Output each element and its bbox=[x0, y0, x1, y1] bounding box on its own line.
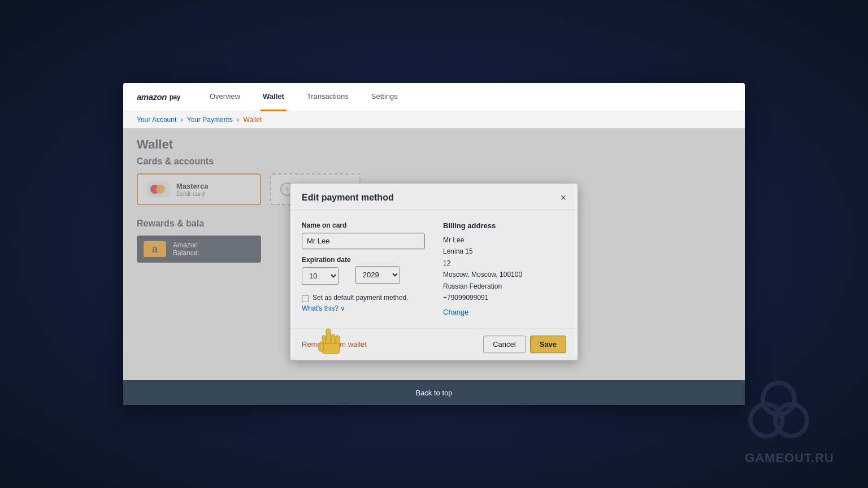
expiry-year-group: 2024 2025 2026 2027 2028 2029 2030 2031 … bbox=[355, 266, 400, 285]
change-billing-link[interactable]: Change bbox=[443, 308, 469, 317]
expiry-month-group: Expiration date 01 02 03 04 05 06 07 08 … bbox=[302, 256, 351, 285]
whats-this-link[interactable]: What's this? ∨ bbox=[302, 304, 345, 312]
billing-country: Russian Federation bbox=[443, 281, 566, 292]
modal-left: Name on card Expiration date 01 02 03 04… bbox=[302, 221, 425, 317]
pay-logo-text: pay bbox=[168, 93, 180, 101]
modal-close-button[interactable]: × bbox=[560, 193, 566, 203]
back-to-top-link[interactable]: Back to top bbox=[415, 389, 452, 397]
tab-transactions[interactable]: Transactions bbox=[305, 83, 351, 111]
billing-city: Moscow, Moscow, 100100 bbox=[443, 269, 566, 280]
modal-right: Billing address Mr Lee Lenina 15 12 Mosc… bbox=[443, 221, 566, 317]
page-footer: Back to top bbox=[123, 380, 745, 405]
expiration-date-label: Expiration date bbox=[302, 256, 351, 264]
footer-buttons: Cancel Save bbox=[483, 336, 566, 354]
breadcrumb-your-payments[interactable]: Your Payments bbox=[187, 116, 233, 124]
gameout-logo-symbol bbox=[745, 376, 813, 444]
billing-info: Mr Lee Lenina 15 12 Moscow, Moscow, 1001… bbox=[443, 234, 566, 303]
browser-window: amazon pay Overview Wallet Transactions … bbox=[123, 83, 745, 405]
modal-body: Name on card Expiration date 01 02 03 04… bbox=[290, 210, 578, 328]
gameout-text: GAMEOUT.RU bbox=[745, 451, 834, 465]
breadcrumb-your-account[interactable]: Your Account bbox=[137, 116, 176, 124]
modal-title: Edit payment method bbox=[302, 193, 394, 203]
amazon-pay-logo: amazon pay bbox=[137, 92, 180, 102]
expiry-row: Expiration date 01 02 03 04 05 06 07 08 … bbox=[302, 256, 425, 285]
default-checkbox-label: Set as default payment method. bbox=[313, 294, 408, 302]
edit-payment-modal: Edit payment method × Name on card Expir… bbox=[290, 183, 578, 360]
name-on-card-label: Name on card bbox=[302, 221, 425, 229]
amazon-logo-text: amazon bbox=[137, 92, 167, 102]
breadcrumb-sep-2: › bbox=[237, 116, 239, 124]
save-button[interactable]: Save bbox=[530, 336, 566, 354]
modal-header: Edit payment method × bbox=[290, 184, 578, 210]
billing-name: Mr Lee bbox=[443, 234, 566, 246]
name-on-card-input[interactable] bbox=[302, 233, 425, 249]
expiry-year-select[interactable]: 2024 2025 2026 2027 2028 2029 2030 2031 … bbox=[355, 266, 400, 284]
expiry-month-select[interactable]: 01 02 03 04 05 06 07 08 09 10 11 bbox=[302, 267, 338, 285]
breadcrumb-wallet: Wallet bbox=[243, 116, 262, 124]
default-checkbox-row: Set as default payment method. bbox=[302, 294, 425, 302]
billing-address-title: Billing address bbox=[443, 221, 566, 230]
modal-footer: Remove from wallet Cancel Save bbox=[290, 329, 578, 360]
default-payment-checkbox[interactable] bbox=[302, 295, 309, 302]
cancel-button[interactable]: Cancel bbox=[483, 336, 525, 354]
tab-wallet[interactable]: Wallet bbox=[261, 83, 287, 111]
breadcrumb-sep-1: › bbox=[181, 116, 183, 124]
tab-overview[interactable]: Overview bbox=[207, 83, 242, 111]
billing-street: Lenina 15 bbox=[443, 246, 566, 258]
main-content: Wallet Cards & accounts Masterca Debit c… bbox=[123, 128, 745, 380]
nav-bar: amazon pay Overview Wallet Transactions … bbox=[123, 83, 745, 111]
tab-settings[interactable]: Settings bbox=[369, 83, 400, 111]
gameout-watermark: GAMEOUT.RU bbox=[745, 376, 834, 465]
billing-phone: +79099099091 bbox=[443, 292, 566, 303]
breadcrumb: Your Account › Your Payments › Wallet bbox=[123, 111, 745, 128]
remove-from-wallet-link[interactable]: Remove from wallet bbox=[302, 341, 367, 349]
chevron-down-icon: ∨ bbox=[340, 304, 345, 312]
billing-apt: 12 bbox=[443, 258, 566, 269]
